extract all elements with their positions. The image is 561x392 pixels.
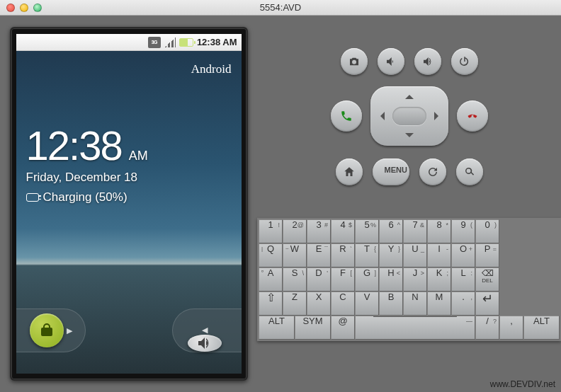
- volume-up-icon: [421, 55, 434, 68]
- key-e[interactable]: E¯: [307, 243, 331, 267]
- key-x[interactable]: X: [307, 292, 331, 316]
- key-[interactable]: ↵: [475, 292, 499, 316]
- key-6[interactable]: 6^: [379, 219, 403, 243]
- key-k[interactable]: K;: [427, 267, 451, 292]
- key-[interactable]: ,: [499, 316, 523, 340]
- dpad-left[interactable]: [376, 112, 385, 120]
- unlock-button[interactable]: [30, 313, 64, 347]
- key-8[interactable]: 8*: [427, 219, 451, 243]
- dpad-right[interactable]: [434, 112, 443, 120]
- key-z[interactable]: Z: [283, 292, 307, 316]
- lock-clock: 12:38 AM Friday, December 18 Charging (5…: [26, 122, 148, 204]
- home-icon: [343, 166, 356, 178]
- phone-frame: 3G 12:38 AM Android 12:38 AM Friday, Dec…: [10, 27, 248, 381]
- call-button[interactable]: [331, 100, 362, 132]
- unlock-slider[interactable]: ▶: [16, 309, 86, 352]
- key-n[interactable]: N: [403, 292, 427, 316]
- back-button[interactable]: [419, 158, 446, 185]
- key-[interactable]: @: [331, 316, 355, 340]
- key-9[interactable]: 9(: [451, 219, 475, 243]
- key-i[interactable]: I-: [427, 243, 451, 267]
- network-icon: 3G: [148, 37, 161, 48]
- key-f[interactable]: F[: [331, 267, 355, 292]
- key-h[interactable]: H<: [379, 267, 403, 292]
- key-[interactable]: .,: [451, 292, 475, 316]
- volume-down-button[interactable]: [378, 48, 404, 75]
- key-p[interactable]: P=: [475, 243, 499, 267]
- dpad-up[interactable]: [405, 91, 414, 99]
- emulator-screen-panel: 3G 12:38 AM Android 12:38 AM Friday, Dec…: [0, 16, 257, 392]
- key-sym[interactable]: SYM: [295, 316, 331, 340]
- sound-slider[interactable]: ◀: [172, 309, 242, 352]
- key-a[interactable]: Aº: [259, 267, 283, 292]
- window-title: 5554:AVD: [0, 2, 561, 13]
- key-g[interactable]: G]: [355, 267, 379, 292]
- key-r[interactable]: R`: [331, 243, 355, 267]
- key-t[interactable]: T{: [355, 243, 379, 267]
- key-4[interactable]: 4$: [331, 219, 355, 243]
- key-1[interactable]: 1!: [259, 219, 283, 243]
- volume-down-icon: [385, 55, 397, 68]
- brand-label: Android: [191, 62, 232, 76]
- key-w[interactable]: W~: [283, 243, 307, 267]
- power-button[interactable]: [451, 48, 478, 75]
- key-y[interactable]: Y}: [379, 243, 403, 267]
- volume-up-button[interactable]: [414, 48, 441, 75]
- lockscreen: Android 12:38 AM Friday, December 18 Cha…: [16, 51, 242, 374]
- key-del[interactable]: ⌫DEL: [475, 267, 499, 292]
- emulator-controls-panel: MENU 1!2@3#4$5%6^7&8*9(0)Q|W~E¯R`T{Y}U_I…: [257, 16, 561, 392]
- key-space[interactable]: —: [355, 316, 475, 340]
- dpad-down[interactable]: [405, 133, 414, 142]
- home-button[interactable]: [336, 158, 363, 185]
- lock-ampm: AM: [129, 149, 148, 163]
- search-button[interactable]: [456, 158, 483, 185]
- key-v[interactable]: V: [355, 292, 379, 316]
- statusbar-time: 12:38 AM: [197, 37, 237, 47]
- watermark: www.DEVDIV.net: [490, 379, 555, 389]
- signal-icon: [164, 38, 176, 47]
- phone-screen[interactable]: 3G 12:38 AM Android 12:38 AM Friday, Dec…: [16, 34, 242, 374]
- menu-label: MENU: [385, 166, 397, 178]
- chevron-right-icon: ▶: [67, 326, 72, 335]
- camera-button[interactable]: [341, 48, 368, 75]
- key-d[interactable]: D': [307, 267, 331, 292]
- key-q[interactable]: Q|: [259, 243, 283, 267]
- android-statusbar: 3G 12:38 AM: [16, 34, 242, 51]
- hangup-icon: [466, 110, 479, 122]
- key-alt[interactable]: ALT: [523, 316, 560, 340]
- key-u[interactable]: U_: [403, 243, 427, 267]
- key-j[interactable]: J>: [403, 267, 427, 292]
- battery-icon: [179, 38, 193, 47]
- back-icon: [426, 166, 439, 178]
- lock-date: Friday, December 18: [26, 171, 148, 185]
- key-l[interactable]: L:: [451, 267, 475, 292]
- unlock-icon: [38, 322, 55, 339]
- key-0[interactable]: 0): [475, 219, 499, 243]
- plug-icon: [26, 193, 39, 202]
- key-[interactable]: ⇧: [259, 292, 283, 316]
- key-m[interactable]: M: [427, 292, 451, 316]
- key-3[interactable]: 3#: [307, 219, 331, 243]
- key-7[interactable]: 7&: [403, 219, 427, 243]
- dpad: [370, 86, 448, 146]
- power-icon: [458, 55, 471, 68]
- key-alt[interactable]: ALT: [259, 316, 295, 340]
- key-[interactable]: /?: [475, 316, 499, 340]
- sound-toggle-button[interactable]: [188, 335, 222, 352]
- menu-button[interactable]: MENU: [373, 158, 409, 185]
- key-5[interactable]: 5%: [355, 219, 379, 243]
- key-b[interactable]: B: [379, 292, 403, 316]
- key-2[interactable]: 2@: [283, 219, 307, 243]
- end-call-button[interactable]: [457, 100, 488, 132]
- key-o[interactable]: O+: [451, 243, 475, 267]
- lock-time: 12:38: [26, 122, 122, 169]
- speaker-icon: [196, 335, 213, 352]
- dpad-center[interactable]: [392, 107, 426, 125]
- camera-icon: [348, 55, 361, 68]
- key-s[interactable]: S\: [283, 267, 307, 292]
- phone-icon: [340, 110, 353, 122]
- chevron-left-icon: ◀: [202, 325, 208, 335]
- search-icon: [463, 166, 476, 178]
- hardware-keyboard: 1!2@3#4$5%6^7&8*9(0)Q|W~E¯R`T{Y}U_I-O+P=…: [257, 218, 561, 341]
- key-c[interactable]: C: [331, 292, 355, 316]
